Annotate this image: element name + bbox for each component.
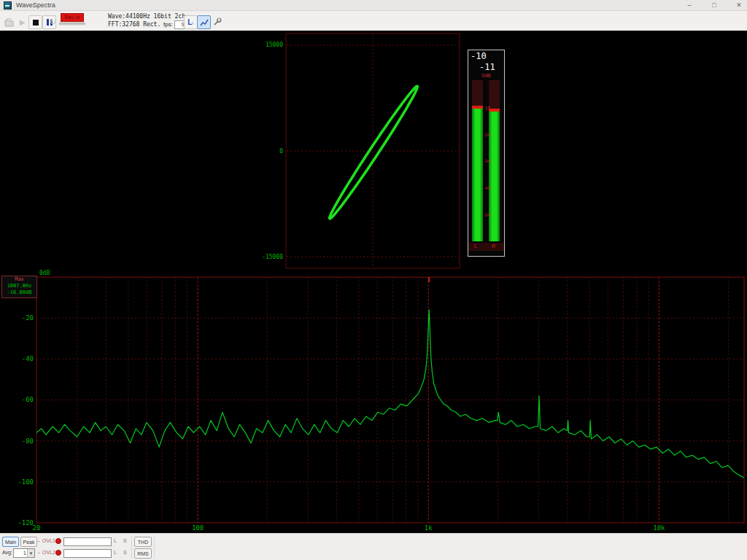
- ovl2-label: OVL2: [42, 550, 55, 555]
- wave-info: Wave:44100Hz 16bit 2ch: [108, 12, 184, 20]
- y-tick-label: -120: [18, 519, 34, 526]
- chevron-down-icon: ▼: [27, 549, 34, 557]
- close-button[interactable]: ✕: [728, 0, 747, 10]
- info-field-1[interactable]: [63, 537, 112, 546]
- status-bar: Main Peak - OVL1 L S THD Avg: 1 ▼ - OVL2…: [0, 533, 747, 560]
- spectrum-trace: [36, 310, 744, 478]
- max-frequency: 1007.0Hz: [2, 283, 36, 289]
- spectrum-top-label: 0dB: [39, 270, 50, 276]
- play-button[interactable]: ▶: [15, 15, 29, 29]
- lissajous-ellipse: [330, 86, 418, 219]
- peak-button[interactable]: Peak: [20, 537, 37, 547]
- y-tick-label: -40: [22, 355, 34, 362]
- meter-unlit-left: [472, 80, 483, 106]
- play-icon: ▶: [20, 18, 26, 26]
- meter-scale-top-label: 0dB: [468, 73, 504, 78]
- maximize-button[interactable]: □: [703, 0, 725, 10]
- meter-tick-label: -50: [468, 212, 504, 217]
- window-title: WaveSpectra: [16, 1, 55, 9]
- wavespectra-window: WaveSpectra – □ ✕ ▶ ↻ Rec. In Wav: [0, 0, 747, 560]
- avg-label: Avg:: [2, 550, 12, 555]
- log-scale-button[interactable]: L ↓: [184, 15, 198, 29]
- s-button-2[interactable]: S: [123, 550, 127, 555]
- max-level: -16.00dB: [2, 289, 36, 296]
- open-file-button[interactable]: [2, 15, 16, 29]
- fps-readout: fps: 9: [163, 20, 186, 29]
- toolbar: ▶ ↻ Rec. In Wave:44100Hz 16bit 2ch FFT:3…: [0, 11, 747, 31]
- meter-bar-right: [489, 112, 500, 241]
- max-title: Max: [2, 276, 36, 283]
- spectrum-display: -20-40-60-80-100-120201001k10k: [0, 273, 747, 532]
- scope-label-top: 15000: [261, 42, 283, 48]
- meter-tick-label: -30: [468, 158, 504, 163]
- info-field-2[interactable]: [63, 549, 112, 558]
- wrench-icon: [212, 18, 222, 27]
- meter-tick-label: -20: [468, 132, 504, 137]
- ovl2-led: [55, 550, 61, 556]
- y-tick-label: -80: [22, 438, 34, 445]
- ovl1-label: OVL1: [42, 538, 55, 543]
- x-tick-label: 10k: [653, 524, 665, 532]
- dash-separator-2: -: [38, 550, 39, 555]
- title-bar: WaveSpectra – □ ✕: [0, 0, 747, 11]
- settings-button[interactable]: [210, 15, 224, 29]
- level-meter: -10 -11 0dB -10-20-30-40-50 L R: [468, 50, 505, 257]
- meter-channel-strip: L R: [468, 243, 504, 251]
- avg-value: 1: [23, 551, 26, 556]
- scope-panel: 15000 0 -15000 -10 -11 0dB -10-20-30-40-…: [0, 31, 747, 273]
- x-tick-label: 100: [192, 524, 204, 532]
- repeat-icon: ↻: [50, 18, 56, 27]
- scope-label-bottom: -15000: [261, 254, 283, 260]
- fps-label: fps:: [163, 21, 173, 28]
- peak-value-left: -10: [471, 51, 487, 61]
- stop-button[interactable]: [28, 15, 42, 29]
- avg-select[interactable]: 1 ▼: [13, 548, 35, 558]
- y-tick-label: -20: [22, 314, 34, 322]
- minimize-button[interactable]: –: [678, 0, 700, 10]
- peak-value-right: -11: [479, 62, 495, 72]
- open-file-icon: [4, 18, 14, 27]
- x-tick-label: 20: [33, 524, 41, 532]
- channel-label-right: R: [492, 244, 495, 249]
- main-tab-button[interactable]: Main: [2, 537, 19, 547]
- meter-tick-label: -40: [468, 185, 504, 190]
- app-icon: [4, 1, 12, 9]
- max-readout-box: Max 1007.0Hz -16.00dB: [1, 276, 37, 298]
- stop-icon: [33, 20, 39, 26]
- position-slider[interactable]: [59, 23, 85, 26]
- s-button-1[interactable]: S: [123, 538, 127, 543]
- l-button-1[interactable]: L: [114, 538, 117, 543]
- l-button-2[interactable]: L: [114, 550, 117, 555]
- meter-bar-left: [472, 109, 483, 241]
- meter-tick-label: -10: [468, 105, 504, 110]
- dash-separator: -: [38, 538, 39, 543]
- y-tick-label: -100: [18, 478, 34, 486]
- record-indicator-badge: Rec. In: [61, 13, 84, 22]
- down-arrow-icon: ↓: [191, 20, 194, 25]
- x-tick-label: 1k: [425, 524, 433, 532]
- loop-button[interactable]: ↻: [46, 15, 60, 29]
- ovl1-led: [55, 538, 61, 544]
- thd-button[interactable]: THD: [134, 537, 152, 547]
- y-tick-label: -60: [22, 396, 34, 403]
- waveform-icon: [200, 18, 209, 27]
- channel-label-left: L: [474, 244, 477, 249]
- spectrum-mode-button[interactable]: [197, 15, 211, 29]
- rms-button[interactable]: RMS: [134, 548, 152, 559]
- scope-label-zero: 0: [261, 148, 283, 155]
